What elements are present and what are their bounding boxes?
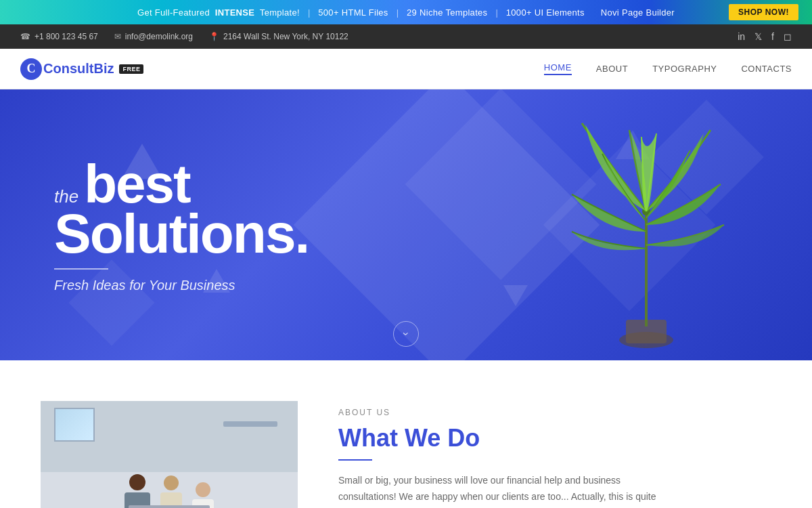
feature1: 500+ HTML Files [318,7,388,18]
sep1: | [308,7,310,18]
contact-info: ☎ +1 800 123 45 67 ✉ info@demolink.org 📍… [20,32,348,41]
logo-icon: C [20,58,42,80]
about-title-highlight: Do [447,424,480,452]
about-content: ABOUT US What We Do Small or big, your b… [298,401,792,508]
nav-home[interactable]: HOME [544,62,572,75]
shelf-decoration [223,421,277,427]
social-icons: in 𝕏 f ◻ [738,31,792,42]
logo-name: onsultBiz [53,61,114,76]
navbar: C ConsultBiz FREE HOME ABOUT TYPOGRAPHY … [0,49,812,89]
phone-contact: ☎ +1 800 123 45 67 [20,32,98,41]
room-background [41,401,298,508]
address-text: 2164 Wall St. New York, NY 10122 [223,32,348,41]
scroll-button[interactable]: › [393,321,419,347]
about-label: ABOUT US [338,408,792,417]
person2-head [164,475,179,490]
linkedin-icon[interactable]: in [738,31,745,42]
logo-text: ConsultBiz [43,61,114,77]
feature4: Novi Page Builder [601,7,675,18]
top-banner: Get Full-Featured INTENSE Template! | 50… [0,0,812,24]
banner-suffix: Template! [260,7,300,18]
person-2 [160,475,182,508]
person-1 [125,474,150,508]
nav-typography[interactable]: TYPOGRAPHY [652,64,717,74]
person3-head [196,482,210,497]
person-3 [192,482,214,508]
table-surface [129,505,210,508]
hero-divider [54,268,108,270]
about-title: What We Do [338,424,792,452]
free-badge: FREE [119,64,143,74]
location-icon: 📍 [209,32,219,41]
about-divider [338,459,372,461]
about-image [41,401,298,508]
feature3: 1000+ UI Elements [506,7,585,18]
contact-bar: ☎ +1 800 123 45 67 ✉ info@demolink.org 📍… [0,24,812,49]
about-section: ABOUT US What We Do Small or big, your b… [0,360,812,508]
person1-head [129,474,145,490]
twitter-icon[interactable]: 𝕏 [754,31,762,42]
nav-contacts[interactable]: CONTACTS [741,64,792,74]
about-body: Small or big, your business will love ou… [338,473,663,508]
facebook-icon[interactable]: f [771,31,774,42]
nav-about[interactable]: ABOUT [596,64,628,74]
sep2: | [397,7,399,18]
window-decoration [54,408,95,442]
hero-tagline: Fresh Ideas for Your Business [54,278,309,293]
about-title-start: What We [338,424,447,452]
triangle-4 [503,285,528,306]
banner-prefix: Get Full-Featured [137,7,210,18]
people-group [125,474,214,508]
hero-content: the best Solutions. Fresh Ideas for Your… [0,157,309,293]
phone-text: +1 800 123 45 67 [35,32,98,41]
hero-title: Solutions. [54,206,309,261]
email-contact: ✉ info@demolink.org [114,32,193,41]
nav-links: HOME ABOUT TYPOGRAPHY CONTACTS [544,62,792,75]
chevron-down-icon: › [400,332,412,335]
logo: C ConsultBiz FREE [20,58,143,80]
plant-decoration [562,89,731,360]
address-contact: 📍 2164 Wall St. New York, NY 10122 [209,32,348,41]
hero-section: the best Solutions. Fresh Ideas for Your… [0,89,812,360]
feature2: 29 Niche Templates [407,7,487,18]
phone-icon: ☎ [20,32,30,41]
sep3: | [495,7,497,18]
banner-text: Get Full-Featured INTENSE Template! [137,7,300,18]
email-icon: ✉ [114,32,121,41]
instagram-icon[interactable]: ◻ [784,31,792,42]
banner-brand: INTENSE [215,7,254,18]
shop-now-button[interactable]: SHOP NOW! [729,4,798,20]
email-text: info@demolink.org [125,32,193,41]
